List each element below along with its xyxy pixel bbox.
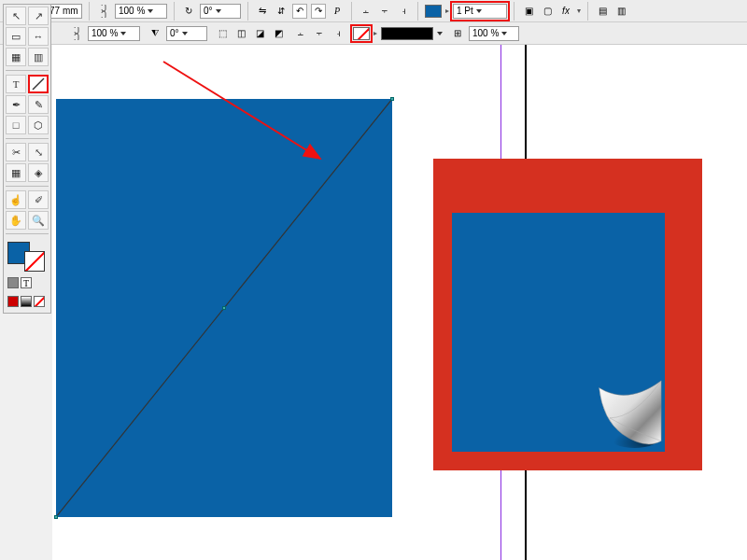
stroke-swatch-none[interactable] <box>353 27 370 40</box>
type-tool[interactable]: T <box>6 75 26 93</box>
selection-handle-1[interactable] <box>54 515 58 519</box>
fitframe-icon[interactable]: ▣ <box>521 4 536 19</box>
chevron-down-icon <box>501 32 507 35</box>
color-mode-row: T <box>6 277 49 288</box>
color-variant-row <box>6 296 49 307</box>
selection-tool[interactable]: ↖ <box>6 7 26 25</box>
chevron-down-icon <box>476 9 482 13</box>
small-arrow: ▾ <box>577 7 581 15</box>
measure-tool[interactable]: ▥ <box>28 48 49 66</box>
stroke-weight-value: 1 Pt <box>457 6 473 16</box>
shear-value: 0° <box>170 28 179 38</box>
link-wh-icon[interactable] <box>96 4 111 19</box>
line-tool[interactable] <box>28 75 49 93</box>
stroke-weight-dropdown[interactable]: 1 Pt <box>453 4 507 19</box>
gradient-feather-tool[interactable]: ◈ <box>28 163 49 182</box>
apply-container-icon[interactable] <box>7 277 19 288</box>
zoom-tool[interactable]: 🔍 <box>28 211 49 230</box>
pencil-tool[interactable]: ✎ <box>28 95 49 114</box>
polygon-tool[interactable]: ⬡ <box>28 116 49 134</box>
svg-line-10 <box>33 78 44 90</box>
panel-1-icon[interactable]: ▤ <box>595 4 610 19</box>
ruler-tool[interactable]: ▦ <box>6 48 26 66</box>
chevron-down-icon <box>182 32 188 35</box>
selection-handle-2[interactable] <box>390 97 394 101</box>
align-2-icon[interactable]: ⫟ <box>377 4 392 19</box>
rectangle-tool[interactable]: □ <box>6 116 26 134</box>
page-tool[interactable]: ▭ <box>6 27 26 46</box>
align-1-icon[interactable]: ⫠ <box>359 4 374 19</box>
apply-text-icon[interactable]: T <box>21 277 32 288</box>
scale-x-dropdown[interactable]: 100 % <box>115 4 167 19</box>
flip-h-icon[interactable]: ⇋ <box>255 4 270 19</box>
fill-more-arrow[interactable]: ▸ <box>445 7 449 15</box>
wrap-3-icon[interactable]: ◪ <box>252 26 267 41</box>
direct-select-tool[interactable]: ↗ <box>28 7 49 25</box>
panel-2-icon[interactable]: ▥ <box>613 4 628 19</box>
eyedropper-tool[interactable]: ✐ <box>28 190 49 209</box>
apply-none-icon[interactable] <box>34 296 45 307</box>
gap-tool[interactable]: ↔ <box>28 27 49 46</box>
align-3-icon[interactable]: ⫞ <box>396 4 411 19</box>
toolbox: ↖ ↗ ▭ ↔ ▦ ▥ T ✒ ✎ □ ⬡ ✂ ⤡ ▦ ◈ ☝ ✐ ✋ 🔍 T <box>3 4 51 314</box>
pen-tool[interactable]: ✒ <box>6 95 26 114</box>
selection-handle-center[interactable] <box>222 306 226 310</box>
chevron-down-icon <box>437 32 443 35</box>
shear-dropdown[interactable]: 0° <box>166 26 207 41</box>
link-scale-icon[interactable] <box>69 26 84 41</box>
scale-y-value: 100 % <box>92 28 118 38</box>
opacity-dropdown[interactable]: 100 % <box>469 26 519 41</box>
align-4-icon[interactable]: ⫠ <box>293 26 308 41</box>
wrap-1-icon[interactable]: ⬚ <box>215 26 230 41</box>
wrap-2-icon[interactable]: ◫ <box>233 26 248 41</box>
shear-icon[interactable]: ⧨ <box>148 26 162 41</box>
type-on-path-icon[interactable]: P <box>330 4 345 19</box>
rotate-icon[interactable]: ↻ <box>181 4 196 19</box>
stroke-more-arrow[interactable]: ▸ <box>374 29 377 37</box>
scale-x-value: 100 % <box>119 6 145 16</box>
rotate-value: 0° <box>204 6 213 16</box>
canvas[interactable] <box>52 45 747 560</box>
fx-icon[interactable]: fx <box>558 4 573 19</box>
current-stroke-swatch[interactable] <box>24 251 45 272</box>
flip-v-icon[interactable]: ⇵ <box>274 4 289 19</box>
scale-y-dropdown[interactable]: 100 % <box>88 26 140 41</box>
align-5-icon[interactable]: ⫟ <box>312 26 327 41</box>
stroke-style-swatch[interactable] <box>381 27 433 40</box>
scissors-tool[interactable]: ✂ <box>6 143 26 161</box>
centerproportional-icon[interactable]: ⊞ <box>450 26 465 41</box>
fill-swatch[interactable] <box>425 5 442 18</box>
rotate-ccw-icon[interactable]: ↶ <box>292 4 307 19</box>
blue-inner-rectangle[interactable] <box>452 213 665 452</box>
chevron-down-icon <box>120 32 126 35</box>
fill-stroke-control[interactable] <box>6 240 47 273</box>
rotate-cw-icon[interactable]: ↷ <box>311 4 326 19</box>
chevron-down-icon <box>216 9 221 13</box>
chevron-down-icon <box>148 9 153 13</box>
options-bar-bottom: 100 % ⧨ 0° ⬚ ◫ ◪ ◩ ⫠ ⫟ ⫞ ▸ ⊞ 100 % <box>0 22 747 45</box>
apply-gradient-icon[interactable] <box>21 296 32 307</box>
opacity-value: 100 % <box>472 28 499 38</box>
hand-tool[interactable]: ✋ <box>6 211 26 230</box>
apply-color-icon[interactable] <box>7 296 19 307</box>
wrap-4-icon[interactable]: ◩ <box>271 26 286 41</box>
note-tool[interactable]: ☝ <box>6 190 26 209</box>
options-bar-top: 100 % ↻ 0° ⇋ ⇵ ↶ ↷ P ⫠ ⫟ ⫞ ▸ 1 Pt ▣ ▢ fx… <box>0 0 747 22</box>
align-6-icon[interactable]: ⫞ <box>331 26 345 41</box>
fillframe-icon[interactable]: ▢ <box>540 4 555 19</box>
free-transform-tool[interactable]: ⤡ <box>28 143 49 161</box>
gradient-tool[interactable]: ▦ <box>6 163 26 182</box>
rotate-dropdown[interactable]: 0° <box>200 4 241 19</box>
